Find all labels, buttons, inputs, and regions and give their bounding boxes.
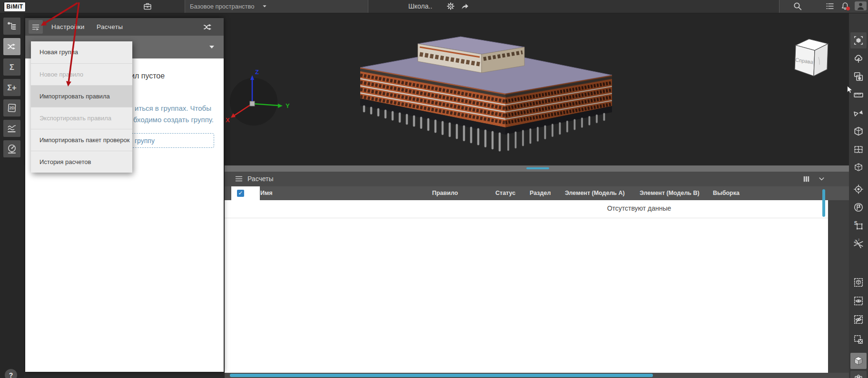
right-tool-zoom-fit-icon[interactable] (850, 32, 867, 48)
axis-gizmo: Z Y X (226, 68, 290, 126)
right-tool-section-grid-icon[interactable] (850, 141, 867, 157)
share-icon[interactable] (460, 1, 470, 11)
calculations-title: Расчеты (247, 172, 274, 186)
rules-menu-button[interactable] (29, 20, 43, 34)
right-tool-show-selected-icon[interactable] (850, 293, 867, 309)
menu-item[interactable]: Новая группа (31, 41, 132, 63)
rules-dropdown-menu: Новая группаНовое правилоИмпортировать п… (31, 41, 132, 173)
columns-icon[interactable] (802, 174, 811, 184)
right-tool-axes-compare-icon[interactable]: 12 (850, 236, 867, 252)
menu-item[interactable]: Импортировать пакет проверок (31, 129, 132, 151)
empty-list-heading: ил пустое (130, 72, 165, 80)
right-tool-selection-set-icon[interactable]: S (850, 217, 867, 233)
right-tool-atom-view-icon[interactable] (850, 371, 867, 378)
right-tool-mirror-flip-icon[interactable] (850, 105, 867, 121)
table-row: Отсутствуют данные (225, 200, 828, 218)
right-tool-tree-nature-icon[interactable] (850, 50, 867, 67)
svg-text:X: X (226, 116, 230, 124)
menu-item[interactable]: История расчетов (31, 151, 132, 173)
right-tool-delete-selection-icon[interactable] (850, 331, 867, 348)
left-tool-sum[interactable]: Σ (3, 58, 20, 76)
left-tool-gauge[interactable] (3, 140, 20, 157)
bell-icon[interactable] (840, 1, 850, 11)
right-tool-hide-selected-icon[interactable] (850, 311, 867, 328)
left-tool-sum-plus[interactable]: Σ+ (3, 79, 20, 96)
left-tool-model-tree[interactable] (3, 18, 20, 35)
right-tool-flag-marker-icon[interactable] (850, 199, 867, 215)
column-header[interactable]: Элемент (Модель A) (565, 186, 625, 200)
right-toolbar: S12 (849, 13, 868, 378)
column-header[interactable]: Раздел (530, 186, 551, 200)
top-bar: BiMiT Базовое пространство Школа.. (0, 0, 868, 13)
svg-text:1: 1 (855, 239, 856, 242)
list-menu-icon[interactable] (825, 1, 835, 11)
notification-badge (846, 7, 850, 10)
right-tool-clip-box-icon[interactable] (850, 159, 867, 175)
right-tool-show-box-icon[interactable] (850, 274, 867, 291)
svg-text:Y: Y (286, 102, 290, 109)
column-header[interactable]: Элемент (Модель B) (640, 186, 700, 200)
left-toolbar: ΣΣ+2D ? (0, 13, 24, 378)
chevron-down-icon[interactable] (208, 45, 215, 49)
select-all-checkbox[interactable]: ✓ (237, 190, 244, 197)
bimit-app: Z Y X Справа BiMiT Базовое пространство (0, 0, 868, 378)
tab-calculations[interactable]: Расчеты (97, 18, 123, 36)
column-header[interactable]: Имя (260, 186, 273, 200)
settings-panel-header: Настройки Расчеты (25, 18, 224, 36)
project-title: Школа.. (408, 0, 432, 13)
svg-text:2D: 2D (9, 106, 14, 110)
vertical-scrollbar[interactable] (822, 189, 825, 217)
right-tool-measure-ruler-icon[interactable] (850, 87, 867, 103)
checkbox-cell: ✓ (231, 186, 260, 200)
right-tool-solid-cube-icon[interactable] (850, 353, 867, 369)
gear-icon[interactable] (446, 1, 455, 11)
left-tool-2d-view[interactable]: 2D (3, 99, 20, 116)
search-icon[interactable] (793, 1, 802, 11)
empty-message: Отсутствуют данные (607, 204, 671, 212)
shuffle-icon[interactable] (203, 22, 213, 32)
briefcase-icon[interactable] (143, 1, 152, 11)
menu-item: Новое правило (31, 63, 132, 85)
panel-resize-strip (225, 165, 849, 172)
svg-text:2: 2 (858, 239, 859, 241)
left-tool-graphs[interactable] (3, 120, 20, 137)
column-header[interactable]: Статус (495, 186, 515, 200)
calculations-panel: Расчеты ✓ ИмяПравилоСтатусРазделЭлемент … (225, 165, 849, 378)
calculations-header: Расчеты (225, 172, 849, 186)
horizontal-scrollbar-track (225, 373, 849, 378)
user-icon[interactable] (855, 1, 867, 10)
right-tool-section-cube-icon[interactable] (850, 123, 867, 139)
workspace-selector[interactable]: Базовое пространство (190, 0, 255, 13)
column-header[interactable]: Выборка (713, 186, 740, 200)
horizontal-scrollbar-thumb[interactable] (230, 374, 653, 377)
panel-drag-handle[interactable] (526, 167, 549, 169)
help-button[interactable]: ? (5, 369, 17, 378)
create-group-button[interactable]: группу (130, 133, 214, 148)
right-tool-locate-target-icon[interactable] (850, 181, 867, 197)
nav-cube[interactable]: Справа (795, 39, 828, 76)
tab-settings[interactable]: Настройки (51, 18, 85, 36)
column-header[interactable]: Правило (432, 186, 458, 200)
svg-text:Z: Z (255, 68, 259, 76)
svg-text:Σ+: Σ+ (7, 83, 17, 92)
menu-item[interactable]: Импортировать правила (31, 85, 132, 107)
table-header: ✓ ИмяПравилоСтатусРазделЭлемент (Модель … (225, 186, 849, 200)
info-text-line2: бходимо создать группу. (133, 116, 214, 124)
workspace-caret-icon[interactable] (260, 2, 270, 11)
table-body: Отсутствуют данные (225, 200, 828, 373)
menu-item: Экспортировать правила (31, 107, 132, 129)
left-tool-collision-check[interactable] (3, 38, 20, 55)
info-text-line1: иться в группах. Чтобы (135, 104, 211, 112)
panel-menu-icon[interactable] (234, 174, 244, 184)
bimit-logo: BiMiT (4, 2, 26, 12)
svg-text:Σ: Σ (10, 63, 14, 71)
right-tool-select-focus-icon[interactable] (850, 68, 867, 85)
collapse-chevron-icon[interactable] (817, 174, 826, 184)
